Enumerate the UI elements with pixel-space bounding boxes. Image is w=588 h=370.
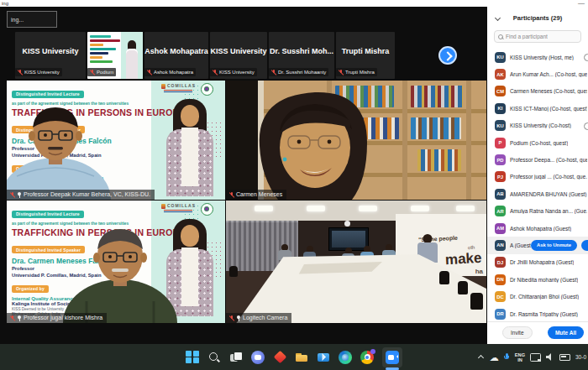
participant-row-dr-jhilli-mohapatra-guest[interactable]: DJ Dr Jhilli Mohapatra (Guest): [487, 254, 588, 271]
participant-row-kiss-university-host-me[interactable]: KU KISS University (Host, me): [487, 49, 588, 65]
participants-panel-header: Participants (29): [487, 12, 588, 25]
battery-icon[interactable]: [559, 354, 570, 361]
muted-mic-icon: [89, 69, 95, 76]
onedrive-cloud-icon[interactable]: ☁: [490, 353, 499, 362]
muted-mic-icon: [9, 191, 15, 198]
tile-name-label: Professor jugal kishore Mishra: [7, 313, 107, 323]
recording-indicator[interactable]: ing...: [7, 11, 57, 28]
file-explorer-icon[interactable]: [295, 351, 308, 364]
participant-avatar: AM: [495, 223, 506, 234]
video-tile-deepak-behera[interactable]: COMILLAS Distinguished Invited Lecture a…: [7, 81, 225, 200]
chrome-browser-icon[interactable]: [360, 351, 374, 364]
deepak-behera-person: [7, 101, 134, 200]
panel-minimize-button[interactable]: —: [578, 1, 585, 6]
participant-row-arun-kumar-ach-co-host-gue[interactable]: AK Arun Kumar Ach... (Co-host, gue...: [487, 65, 588, 82]
more-button[interactable]: [581, 240, 588, 251]
kiss-logo: [201, 203, 213, 216]
chat-icon[interactable]: [251, 351, 265, 364]
participant-row-amulya-ratna-nanda-an-gue[interactable]: AR Amulya Ratna Nanda an... (Gue...: [487, 203, 588, 220]
find-participant-search[interactable]: Find a participant: [494, 30, 581, 43]
participant-avatar: AN: [495, 240, 506, 251]
participant-list: KU KISS University (Host, me) AK Arun Ku…: [487, 49, 588, 322]
participant-avatar: CM: [495, 86, 506, 96]
taskbar-clock[interactable]: 30-0: [575, 354, 586, 360]
cast-display-icon[interactable]: [530, 353, 541, 362]
participant-row-amarendra-bhuyan-guest[interactable]: AB AMARENDRA BHUYAN (Guest): [487, 185, 588, 202]
filmstrip-tile-kiss-university[interactable]: KISS University KISS University: [15, 32, 86, 79]
filmstrip-participant-name: KISS University: [210, 47, 267, 55]
wall-clock: [344, 221, 350, 227]
participant-row-professor-jugal-co-host-gue[interactable]: PJ Professor jugal ... (Co-host, gue...: [487, 169, 588, 185]
muted-mic-icon: [228, 315, 234, 321]
participant-name: Dr Jhilli Mohapatra (Guest): [510, 259, 574, 265]
participant-row-dr-rasmita-tripathy-guest[interactable]: DR Dr. Rasmita Tripathy (Guest): [487, 305, 588, 322]
filmstrip-participant-name: Ashok Mohapatra: [144, 47, 208, 55]
participant-name: Dr. Rasmita Tripathy (Guest): [510, 311, 578, 317]
mute-all-button[interactable]: Mute All: [548, 326, 584, 339]
participant-avatar: AR: [495, 206, 506, 216]
filmstrip-next-page-button[interactable]: [438, 46, 457, 65]
speaker-icon[interactable]: [546, 353, 554, 361]
participant-avatar: DN: [495, 274, 506, 285]
active-app-indicator: [386, 367, 399, 369]
mail-app-icon[interactable]: [317, 351, 330, 364]
tray-expand-chevron-icon[interactable]: [478, 354, 485, 361]
participant-name: Arun Kumar Ach... (Co-host, gue...: [510, 71, 587, 77]
participant-name: KISS University (Host, me): [510, 55, 574, 60]
window-title-bar: ing: [0, 0, 588, 7]
filmstrip-tile-dr-susshri-mohaanty[interactable]: Dr. Susshri Moh... Dr. Susshri Mohaanty: [269, 32, 334, 79]
participant-row-a-guest[interactable]: AN A (GuestAsk to Unmute: [487, 237, 588, 253]
filmstrip-name-label: Ashok Mohapatra: [144, 68, 196, 76]
filmstrip-name-label: Trupti Mishra: [336, 68, 377, 76]
windows-start-icon[interactable]: [186, 351, 199, 364]
participant-row-kiss-university-co-host[interactable]: KU KISS University (Co-host): [487, 117, 588, 134]
tile-name-label: Logitech Camera: [226, 313, 291, 323]
participant-row-carmen-meneses-co-host-gues[interactable]: CM Carmen Meneses (Co-host, gues...: [487, 83, 588, 100]
participant-name: A (Guest: [510, 242, 531, 248]
participants-panel-footer: Invite Mute All: [487, 321, 588, 344]
conference-room: "Some people oth make ha: [226, 201, 486, 323]
participant-name: Professor Deepa... (Co-host, gue...: [510, 157, 587, 163]
muted-mic-icon: [228, 191, 234, 198]
participant-row-dr-chittaranjan-bhoi-guest[interactable]: DC Dr. Chittaranjan Bhoi (Guest): [487, 288, 588, 305]
participants-panel-title: Participants (29): [487, 12, 588, 25]
taskbar-search-icon[interactable]: [207, 351, 221, 364]
ask-to-unmute-button[interactable]: Ask to Unmute: [531, 240, 577, 251]
participant-avatar: KI: [495, 103, 506, 114]
kiss-logo: [201, 83, 213, 96]
red-diamond-app-icon[interactable]: [273, 351, 286, 364]
muted-mic-icon: [17, 69, 23, 76]
zoom-app-icon-active[interactable]: [382, 347, 402, 367]
video-tile-logitech-camera[interactable]: "Some people oth make ha Logitech Camera: [226, 201, 486, 323]
participant-avatar: KU: [495, 120, 506, 131]
participant-avatar: PJ: [495, 171, 506, 182]
microphone-in-use-icon[interactable]: [504, 353, 510, 362]
filmstrip-tile-podium[interactable]: Podium: [87, 32, 143, 79]
video-tile-jugal-mishra[interactable]: COMILLAS Distinguished Invited Lecture a…: [7, 201, 225, 323]
filmstrip-participant-name: KISS University: [15, 47, 86, 55]
participant-row-ashok-mohapatra-guest[interactable]: AM Ashok Mohapatra (Guest): [487, 220, 588, 237]
video-tile-carmen-meneses[interactable]: Carmen Meneses: [226, 81, 486, 200]
pin-icon: [17, 315, 22, 321]
language-indicator[interactable]: ENGIN: [515, 352, 525, 362]
participant-avatar: PD: [495, 154, 506, 165]
screen: { "window": { "top_bar_text": "ing", "re…: [0, 0, 588, 370]
participant-name: Carmen Meneses (Co-host, gues...: [510, 88, 587, 94]
filmstrip-name-label: KISS University: [210, 68, 257, 76]
task-view-icon[interactable]: [229, 351, 243, 364]
filmstrip-participant-name: Dr. Susshri Moh...: [269, 47, 334, 55]
edge-browser-icon[interactable]: [339, 351, 352, 364]
participant-row-podium-co-host-guest[interactable]: P Podium (Co-host, guest): [487, 134, 588, 151]
search-placeholder: Find a participant: [506, 34, 548, 39]
participant-row-dr-nibedita-mohanty-guest[interactable]: DN Dr Nibedita mohanty (Guest): [487, 271, 588, 288]
invite-button[interactable]: Invite: [502, 326, 533, 339]
filmstrip-tile-ashok-mohapatra[interactable]: Ashok Mohapatra Ashok Mohapatra: [144, 32, 208, 79]
participant-row-kiss-ict-manoj-co-host-guest[interactable]: KI KISS ICT-Manoj (Co-host, guest): [487, 100, 588, 117]
filmstrip-tile-trupti-mishra[interactable]: Trupti Mishra Trupti Mishra: [336, 32, 395, 79]
filmstrip: KISS University KISS University Podium A…: [15, 32, 395, 79]
tile-name-label: Carmen Meneses: [226, 190, 286, 200]
muted-mic-icon: [9, 315, 15, 321]
windows-taskbar: ☁ ENGIN 30-0: [0, 344, 588, 370]
filmstrip-tile-kiss-university[interactable]: KISS University KISS University: [210, 32, 267, 79]
participant-row-professor-deepa-co-host-gue[interactable]: PD Professor Deepa... (Co-host, gue...: [487, 151, 588, 168]
